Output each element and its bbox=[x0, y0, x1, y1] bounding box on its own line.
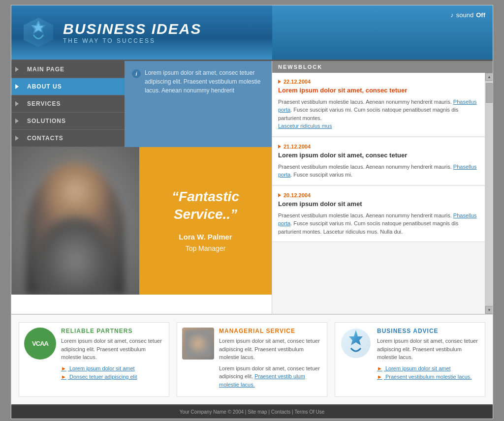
news-link-lascetur[interactable]: Lascetur ridiculus mus bbox=[278, 123, 332, 129]
card-text-managerial: Lorem ipsum dolor sit amet, consec tetue… bbox=[219, 337, 322, 361]
nav-arrow-icon bbox=[15, 67, 19, 72]
news-date-3: 20.12.2004 bbox=[278, 192, 479, 198]
bottom-row: VCAA RELIABLE PARTNERS Lorem ipsum dolor… bbox=[11, 314, 493, 404]
music-icon: ♪ bbox=[450, 11, 454, 19]
info-box: i Lorem ipsum dolor sit amet, consec tet… bbox=[125, 61, 272, 147]
card-link-advice-2[interactable]: ► Praesent vestibulum molestie lacus. bbox=[377, 373, 480, 382]
sound-control[interactable]: ♪ sound Off bbox=[450, 11, 485, 19]
news-items-list: 22.12.2004 Lorem ipsum dolor sit amet, c… bbox=[272, 73, 493, 314]
card-content-managerial: MANAGERIAL SERVICE Lorem ipsum dolor sit… bbox=[219, 328, 322, 391]
footer-text: Your Company Name © 2004 | Site map | Co… bbox=[180, 409, 325, 415]
logo-area: BUSINESS IDEAS THE WAY TO SUCCESS bbox=[11, 5, 272, 60]
scrollbar-down-button[interactable]: ▼ bbox=[485, 306, 493, 314]
date-arrow-icon bbox=[278, 193, 281, 197]
left-column: MAIN PAGE ABOUT US SERVICES SOLUTIONS bbox=[11, 61, 272, 314]
info-icon: i bbox=[132, 69, 141, 78]
card-managerial-service: MANAGERIAL SERVICE Lorem ipsum dolor sit… bbox=[177, 322, 327, 397]
nav-label-solutions: SOLUTIONS bbox=[21, 118, 66, 124]
right-column: NEWSBLOCK 22.12.2004 Lorem ipsum dolor s… bbox=[272, 61, 493, 314]
card-title-partners: RELIABLE PARTNERS bbox=[61, 328, 164, 334]
quote-author: Lora W. Palmer Top Manager bbox=[154, 231, 257, 254]
sound-state: Off bbox=[476, 11, 485, 19]
scrollbar-thumb[interactable] bbox=[486, 83, 493, 103]
link-arrow-icon: ► bbox=[377, 374, 382, 380]
sound-label: sound bbox=[456, 11, 473, 19]
nav-label-main-page: MAIN PAGE bbox=[21, 66, 64, 73]
news-scroll-area[interactable]: 22.12.2004 Lorem ipsum dolor sit amet, c… bbox=[272, 73, 493, 314]
testimonial-banner: “Fantastic Service..” Lora W. Palmer Top… bbox=[11, 147, 272, 295]
news-title-2: Lorem ipsum dolor sit amet, consec tetue… bbox=[278, 151, 479, 160]
quote-text: “Fantastic Service..” bbox=[154, 188, 257, 224]
news-title-1: Lorem ipsum dolor sit amet, consec tetue… bbox=[278, 87, 479, 95]
nav-label-contacts: CONTACTS bbox=[21, 135, 63, 142]
nav-menu: MAIN PAGE ABOUT US SERVICES SOLUTIONS bbox=[11, 61, 125, 147]
scrollbar-track bbox=[485, 81, 493, 306]
nav-arrow-icon bbox=[15, 101, 19, 106]
nav-arrow-icon bbox=[15, 136, 19, 141]
news-body-1: Praesent vestibulum molestie lacus. Aene… bbox=[278, 98, 479, 130]
card-content-partners: RELIABLE PARTNERS Lorem ipsum dolor sit … bbox=[61, 328, 164, 391]
date-arrow-icon bbox=[278, 145, 281, 149]
nav-item-about-us[interactable]: ABOUT US bbox=[11, 78, 125, 95]
news-scrollbar[interactable]: ▲ ▼ bbox=[485, 73, 493, 314]
nav-info-row: MAIN PAGE ABOUT US SERVICES SOLUTIONS bbox=[11, 61, 272, 147]
card-title-managerial: MANAGERIAL SERVICE bbox=[219, 328, 322, 334]
news-item-3: 20.12.2004 Lorem ipsum dolor sit amet Pr… bbox=[272, 186, 485, 242]
scrollbar-up-button[interactable]: ▲ bbox=[485, 73, 493, 81]
news-title-3: Lorem ipsum dolor sit amet bbox=[278, 200, 479, 209]
news-date-1: 22.12.2004 bbox=[278, 79, 479, 85]
link-arrow-icon: ► bbox=[61, 374, 66, 380]
author-title: Top Manager bbox=[186, 244, 226, 252]
card-link-partners-2[interactable]: ► Donsec tetuer adipiscing elit bbox=[61, 373, 164, 382]
nav-arrow-icon bbox=[15, 84, 19, 89]
photo-icon bbox=[182, 328, 214, 360]
newsblock-header: NEWSBLOCK bbox=[272, 61, 493, 73]
card-reliable-partners: VCAA RELIABLE PARTNERS Lorem ipsum dolor… bbox=[19, 322, 169, 397]
card-title-advice: BUSINESS ADVICE bbox=[377, 328, 480, 334]
date-arrow-icon bbox=[278, 80, 281, 84]
logo-text: BUSINESS IDEAS THE WAY TO SUCCESS bbox=[63, 21, 201, 44]
author-name: Lora W. Palmer bbox=[154, 231, 257, 243]
person-photo bbox=[11, 147, 139, 295]
link-arrow-icon: ► bbox=[377, 365, 382, 371]
card-link-partners-1[interactable]: ► Lorem ipsum dolor sit amet bbox=[61, 364, 164, 373]
nav-item-solutions[interactable]: SOLUTIONS bbox=[11, 113, 125, 130]
site-subtitle: THE WAY TO SUCCESS bbox=[63, 37, 201, 44]
news-date-2: 21.12.2004 bbox=[278, 144, 479, 150]
card-text-partners: Lorem ipsum dolor sit amet, consec tetue… bbox=[61, 337, 164, 361]
testimonial-quote: “Fantastic Service..” Lora W. Palmer Top… bbox=[139, 178, 272, 264]
card-business-advice: BUSINESS ADVICE Lorem ipsum dolor sit am… bbox=[335, 322, 485, 397]
nav-arrow-icon bbox=[15, 119, 19, 123]
news-body-2: Praesent vestibulum molestie lacus. Aene… bbox=[278, 163, 479, 179]
card-extra-text-managerial: Lorem ipsum dolor sit amet, consec tetue… bbox=[219, 364, 322, 389]
nav-item-main-page[interactable]: MAIN PAGE bbox=[11, 61, 125, 78]
vcaa-icon: VCAA bbox=[24, 328, 56, 360]
header: BUSINESS IDEAS THE WAY TO SUCCESS ♪ soun… bbox=[11, 5, 493, 60]
business-advice-logo-icon bbox=[340, 328, 372, 360]
nav-item-contacts[interactable]: CONTACTS bbox=[11, 130, 125, 147]
nav-label-services: SERVICES bbox=[21, 100, 61, 107]
card-content-advice: BUSINESS ADVICE Lorem ipsum dolor sit am… bbox=[377, 328, 480, 391]
info-text: Lorem ipsum dolor sit amet, consec tetue… bbox=[145, 68, 264, 140]
nav-label-about-us: ABOUT US bbox=[21, 83, 62, 90]
footer: Your Company Name © 2004 | Site map | Co… bbox=[11, 404, 493, 419]
link-arrow-icon: ► bbox=[61, 365, 66, 371]
card-link-advice-1[interactable]: ► Lorem ipsum dolor sit amet bbox=[377, 364, 480, 373]
news-body-3: Praesent vestibulum molestie lacus. Aene… bbox=[278, 211, 479, 236]
card-text-advice: Lorem ipsum dolor sit amet, consec tetue… bbox=[377, 337, 480, 361]
main-row: MAIN PAGE ABOUT US SERVICES SOLUTIONS bbox=[11, 60, 493, 314]
header-right: ♪ sound Off bbox=[272, 5, 493, 60]
nav-item-services[interactable]: SERVICES bbox=[11, 95, 125, 113]
site-title: BUSINESS IDEAS bbox=[63, 21, 201, 37]
news-item-2: 21.12.2004 Lorem ipsum dolor sit amet, c… bbox=[272, 138, 485, 185]
news-item-1: 22.12.2004 Lorem ipsum dolor sit amet, c… bbox=[272, 73, 485, 137]
logo-icon bbox=[21, 15, 56, 50]
